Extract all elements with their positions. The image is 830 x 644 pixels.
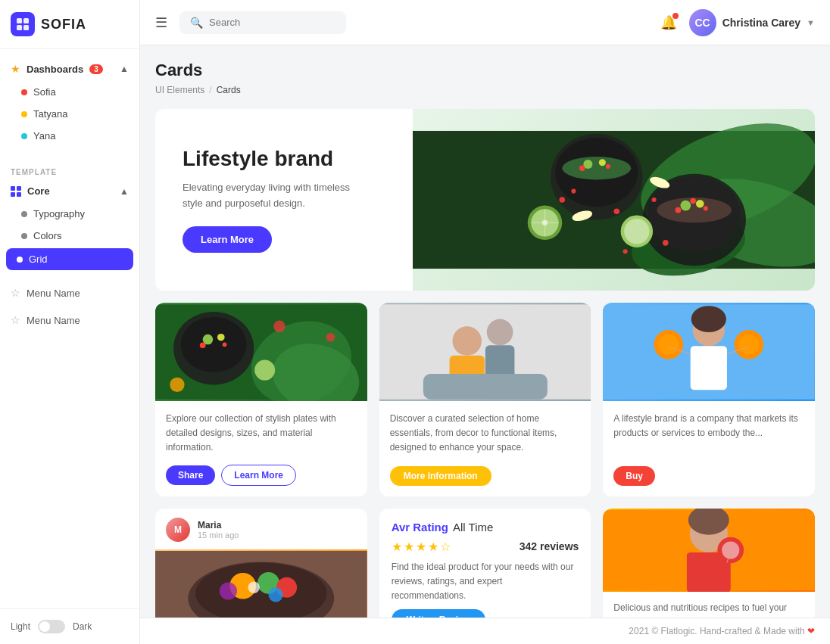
svg-rect-3 xyxy=(23,25,29,30)
hero-card: Lifestyle brand Elevating everyday livin… xyxy=(155,109,815,291)
logo-icon xyxy=(11,12,35,36)
dot-icon xyxy=(21,89,27,95)
learn-more-button[interactable]: Learn More xyxy=(221,465,296,486)
dot-icon xyxy=(21,111,27,117)
card-user-header: M Maria 15 min ago xyxy=(155,509,367,542)
sidebar-item-label: Grid xyxy=(29,254,48,265)
svg-point-21 xyxy=(704,206,708,210)
dashboards-left: ★ Dashboards 3 xyxy=(11,63,103,75)
user-info[interactable]: CC Christina Carey ▼ xyxy=(689,9,815,36)
card-actions: More Information xyxy=(390,466,581,486)
star-icon: ☆ xyxy=(11,314,20,326)
menu-item-2[interactable]: ☆ Menu Name xyxy=(0,306,139,334)
user-time: 15 min ago xyxy=(198,530,239,540)
sidebar-item-label: Sofia xyxy=(33,86,56,98)
card-description: A lifestyle brand is a company that mark… xyxy=(613,412,804,457)
svg-point-81 xyxy=(722,541,740,558)
svg-point-22 xyxy=(690,198,696,204)
logo-container[interactable]: SOFIA xyxy=(0,0,139,49)
dark-label: Dark xyxy=(73,621,92,632)
hero-image-svg xyxy=(413,109,815,291)
svg-point-62 xyxy=(659,334,679,355)
breadcrumb-separator: / xyxy=(209,85,211,95)
dashboards-header[interactable]: ★ Dashboards 3 ▲ xyxy=(0,57,139,81)
svg-point-33 xyxy=(652,198,657,202)
svg-point-27 xyxy=(542,220,548,226)
sidebar-item-grid[interactable]: Grid xyxy=(6,248,133,270)
user-name: Christina Carey xyxy=(722,17,800,29)
svg-point-52 xyxy=(486,319,513,346)
card-lifestyle: Discover a curated selection of home ess… xyxy=(379,303,591,496)
svg-point-50 xyxy=(326,333,335,342)
more-information-button[interactable]: More Information xyxy=(390,466,491,486)
sidebar-item-colors[interactable]: Colors xyxy=(0,225,139,247)
card-orange-girl: A lifestyle brand is a company that mark… xyxy=(603,303,815,496)
card-plates: Explore our collection of stylish plates… xyxy=(155,303,367,496)
hero-learn-more-button[interactable]: Learn More xyxy=(183,226,272,253)
svg-rect-0 xyxy=(17,18,22,23)
breadcrumb-parent: UI Elements xyxy=(155,85,204,95)
svg-rect-1 xyxy=(23,18,29,23)
menu-item-label: Menu Name xyxy=(27,315,80,326)
card-orange-food: Delicious and nutritious recipes to fuel… xyxy=(603,509,815,618)
write-review-button[interactable]: Write a Review xyxy=(392,609,485,618)
svg-point-54 xyxy=(452,326,482,356)
rating-header: Avr Rating All Time xyxy=(392,521,579,534)
main-content: ☰ 🔍 🔔 CC Christina Carey ▼ Cards UI Elem… xyxy=(140,0,830,644)
notification-bell[interactable]: 🔔 xyxy=(660,14,677,31)
svg-point-74 xyxy=(268,587,282,602)
user-meta: Maria 15 min ago xyxy=(198,520,239,540)
share-button[interactable]: Share xyxy=(166,465,215,485)
sidebar-item-label: Yana xyxy=(33,130,55,142)
hero-description: Elevating everyday living with timeless … xyxy=(183,180,364,212)
dashboards-section: ★ Dashboards 3 ▲ Sofia Tatyana Yana xyxy=(0,49,139,160)
sidebar: SOFIA ★ Dashboards 3 ▲ Sofia Tatyana Yan… xyxy=(0,0,140,644)
toggle-knob xyxy=(39,621,50,632)
card-description: Explore our collection of stylish plates… xyxy=(166,412,357,456)
footer-text: 2021 © Flatlogic. Hand-crafted & Made wi… xyxy=(629,626,804,636)
core-items: Typography Colors Grid xyxy=(0,203,139,272)
core-left: Core xyxy=(11,185,50,197)
svg-point-40 xyxy=(181,317,247,372)
card-actions: Buy xyxy=(613,466,804,486)
theme-toggle[interactable] xyxy=(38,620,65,633)
card-orange-image xyxy=(603,509,815,592)
dot-icon xyxy=(21,233,27,239)
reviews-count: 342 reviews xyxy=(520,540,579,552)
light-label: Light xyxy=(11,621,30,632)
card-description: Discover a curated selection of home ess… xyxy=(390,412,581,457)
card-orange-body: Delicious and nutritious recipes to fuel… xyxy=(603,592,815,618)
svg-rect-56 xyxy=(423,374,548,400)
sidebar-item-label: Typography xyxy=(33,208,85,219)
sidebar-item-typography[interactable]: Typography xyxy=(0,203,139,225)
svg-point-19 xyxy=(696,200,704,208)
svg-point-29 xyxy=(624,219,649,244)
sidebar-item-label: Colors xyxy=(33,230,62,241)
hamburger-icon[interactable]: ☰ xyxy=(155,14,167,31)
svg-point-18 xyxy=(680,201,691,211)
svg-point-35 xyxy=(623,249,628,254)
svg-point-30 xyxy=(559,197,565,203)
core-header[interactable]: Core ▲ xyxy=(0,179,139,203)
heart-icon: ❤ xyxy=(807,626,815,636)
lifestyle-svg xyxy=(379,303,591,401)
sidebar-item-sofia[interactable]: Sofia xyxy=(0,81,139,103)
dashboards-label: Dashboards xyxy=(27,64,83,75)
menu-item-1[interactable]: ☆ Menu Name xyxy=(0,279,139,306)
svg-rect-60 xyxy=(691,346,727,390)
sidebar-item-tatyana[interactable]: Tatyana xyxy=(0,103,139,125)
card-body: Explore our collection of stylish plates… xyxy=(155,401,367,496)
buy-button[interactable]: Buy xyxy=(613,466,655,486)
breadcrumb-current: Cards xyxy=(217,85,241,95)
svg-point-64 xyxy=(739,334,760,355)
breadcrumb: UI Elements / Cards xyxy=(155,85,815,95)
user-avatar: M xyxy=(166,518,190,542)
hero-title: Lifestyle brand xyxy=(183,147,385,171)
svg-point-14 xyxy=(606,164,610,169)
sidebar-item-yana[interactable]: Yana xyxy=(0,125,139,147)
food2-svg xyxy=(155,549,367,618)
card-image-lifestyle xyxy=(379,303,591,401)
svg-point-75 xyxy=(248,581,259,593)
rating-row: ★★★★☆ 342 reviews xyxy=(392,540,579,554)
search-input[interactable] xyxy=(209,17,330,28)
